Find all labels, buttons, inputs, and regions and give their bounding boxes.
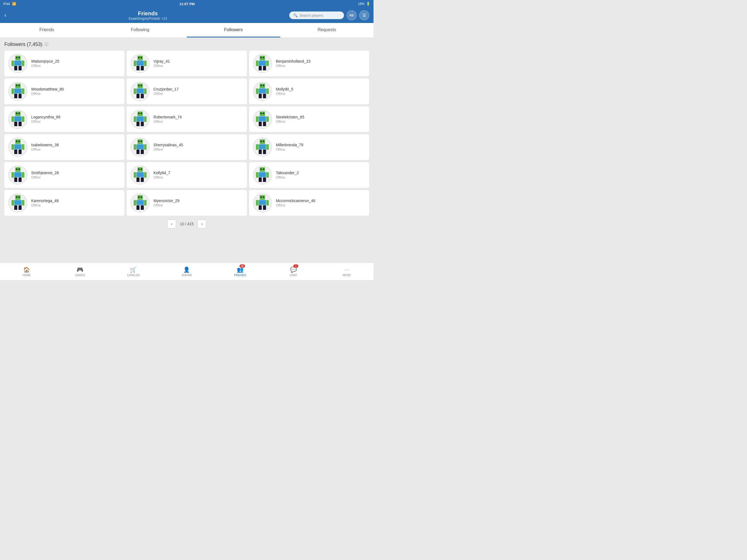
player-name: Karenortega_48 [31,199,58,203]
svg-rect-159 [136,172,144,177]
svg-rect-21 [144,65,147,66]
player-info: Cruzjordan_17 Offline [153,87,179,96]
svg-rect-214 [258,210,262,211]
svg-rect-145 [16,169,17,170]
svg-rect-5 [22,60,24,65]
nav-item-catalog[interactable]: 🛒 CATALOG [107,263,160,280]
nav-item-friends[interactable]: 82 👥 FRIENDS [213,263,267,280]
svg-rect-49 [138,85,139,86]
player-name: Robertsmark_74 [153,115,182,119]
tab-friends[interactable]: Friends [0,23,94,37]
player-card[interactable]: Cruzjordan_17 Offline [127,78,247,104]
menu-button[interactable]: ☰ [359,10,369,20]
search-placeholder: Search players [300,14,323,18]
player-card[interactable]: Sherrysalinas_45 Offline [127,134,247,160]
header-center: Friends EsaieGregoryPrickett: <13 [129,10,167,21]
svg-rect-26 [263,57,264,58]
prev-page-button[interactable]: ‹ [168,220,176,228]
nav-item-more[interactable]: ⋯ MORE [320,263,374,280]
svg-rect-202 [136,210,139,211]
svg-rect-175 [263,177,266,182]
player-status: Offline [31,148,59,152]
svg-rect-147 [14,172,22,177]
rs-button[interactable]: RS [347,10,357,20]
nav-item-home[interactable]: 🏠 HOME [0,263,53,280]
nav-item-avatar[interactable]: 👤 AVATAR [160,263,213,280]
svg-rect-93 [144,120,147,122]
info-icon: ⓘ [45,42,48,47]
status-left: iPad 📶 [3,2,16,6]
svg-rect-13 [138,57,139,58]
svg-rect-128 [134,148,136,150]
svg-rect-155 [18,182,22,183]
player-card[interactable]: Isabelowens_38 Offline [4,134,124,160]
svg-rect-25 [261,57,262,58]
player-card[interactable]: Woodsmatthew_80 Offline [4,78,124,104]
player-card[interactable]: Millerbrenda_79 Offline [249,134,369,160]
player-status: Offline [31,120,60,124]
nav-icon-more: ⋯ [344,266,350,273]
svg-rect-59 [141,98,145,100]
svg-rect-105 [266,120,269,122]
page-subtitle: EsaieGregoryPrickett: <13 [129,17,167,21]
player-name: Molly90_5 [276,87,293,91]
svg-rect-164 [134,176,136,178]
svg-rect-58 [136,98,139,100]
player-card[interactable]: Logancynthia_89 Offline [4,106,124,132]
player-status: Offline [153,176,170,179]
player-card[interactable]: Vgray_41 Offline [127,51,247,76]
svg-rect-210 [259,205,262,210]
player-card[interactable]: Watsonjoyce_25 Offline [4,51,124,76]
svg-rect-6 [14,66,17,71]
svg-rect-45 [22,93,24,94]
svg-rect-37 [16,85,17,86]
next-page-button[interactable]: › [198,220,206,228]
section-title: Followers (7,453) ⓘ [4,42,369,47]
player-avatar [253,54,272,73]
svg-rect-121 [138,141,139,142]
svg-rect-2 [18,57,20,58]
player-info: Talexander_2 Offline [276,171,299,179]
svg-rect-110 [18,141,20,142]
nav-label-home: HOME [23,274,31,277]
svg-rect-200 [134,204,136,206]
nav-label-avatar: AVATAR [182,274,192,277]
player-card[interactable]: Mccormickcameron_46 Offline [249,190,369,216]
player-card[interactable]: Myersvictor_29 Offline [127,190,247,216]
player-info: Logancynthia_89 Offline [31,115,60,124]
svg-rect-103 [263,122,266,127]
player-card[interactable]: Robertsmark_74 Offline [127,106,247,132]
player-name: Kelly84_7 [153,171,170,175]
svg-rect-198 [136,205,139,210]
search-bar[interactable]: 🔍 Search players [289,11,344,19]
svg-rect-142 [258,154,262,155]
player-name: Logancynthia_89 [31,115,60,119]
player-card[interactable]: Benjaminholland_23 Offline [249,51,369,76]
back-button[interactable]: ‹ [4,12,6,19]
tab-requests[interactable]: Requests [280,23,374,37]
svg-rect-157 [138,169,139,170]
tab-followers[interactable]: Followers [187,23,280,37]
player-info: Benjaminholland_23 Offline [276,59,311,68]
player-card[interactable]: Smithjeanne_28 Offline [4,162,124,188]
nav-item-games[interactable]: 🎮 GAMES [53,263,107,280]
svg-rect-33 [266,65,269,66]
svg-rect-98 [263,113,264,114]
svg-rect-213 [266,204,269,206]
player-status: Offline [31,203,58,207]
player-card[interactable]: Karenortega_48 Offline [4,190,124,216]
tab-following[interactable]: Following [94,23,187,37]
svg-rect-94 [136,126,139,127]
svg-rect-136 [256,144,258,149]
player-card[interactable]: Kelly84_7 Offline [127,162,247,188]
player-card[interactable]: Molly90_5 Offline [249,78,369,104]
player-info: Molly90_5 Offline [276,87,293,96]
player-card[interactable]: Talexander_2 Offline [249,162,369,188]
player-info: Karenortega_48 Offline [31,199,58,207]
svg-rect-172 [256,172,258,177]
svg-rect-68 [256,93,258,94]
player-card[interactable]: Steelekristen_65 Offline [249,106,369,132]
svg-rect-78 [14,122,17,127]
nav-item-chat[interactable]: 1 💬 CHAT [267,263,320,280]
tabs: Friends Following Followers Requests [0,23,374,38]
